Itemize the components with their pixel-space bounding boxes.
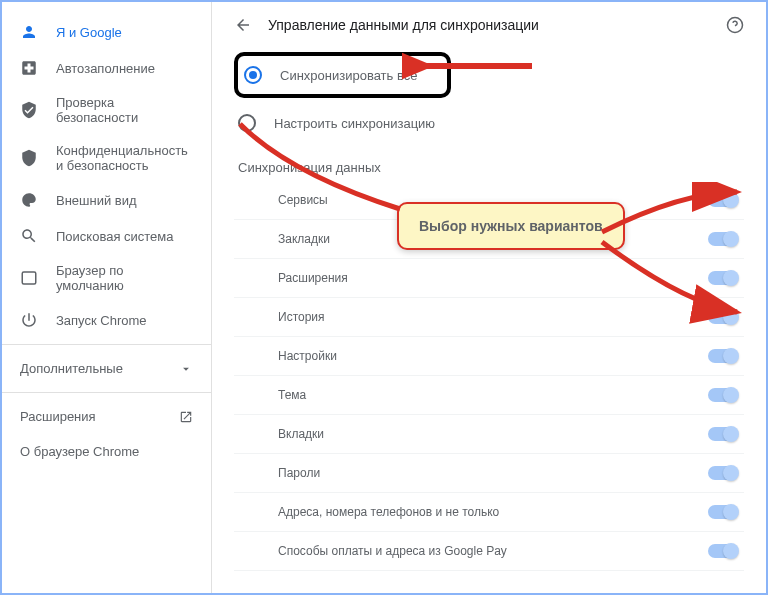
svg-rect-0 <box>22 272 36 284</box>
sync-item-history: История <box>234 298 744 337</box>
help-button[interactable] <box>726 16 744 37</box>
external-link-icon <box>179 410 193 424</box>
sync-item-label: Сервисы <box>278 193 328 207</box>
sidebar-item-search[interactable]: Поисковая система <box>2 218 211 254</box>
sync-item-tabs: Вкладки <box>234 415 744 454</box>
toggle-extensions[interactable] <box>708 271 738 285</box>
sync-item-label: Расширения <box>278 271 348 285</box>
sidebar-about-label: О браузере Chrome <box>20 444 139 459</box>
chevron-down-icon <box>179 362 193 376</box>
palette-icon <box>20 191 38 209</box>
sync-all-option-highlighted: Синхронизировать все <box>234 52 451 98</box>
sidebar-item-label: Запуск Chrome <box>56 313 147 328</box>
sidebar-item-on-startup[interactable]: Запуск Chrome <box>2 302 211 338</box>
customize-label: Настроить синхронизацию <box>274 116 435 131</box>
sidebar: Я и Google Автозаполнение Проверка безоп… <box>2 2 212 593</box>
autofill-icon <box>20 59 38 77</box>
person-icon <box>20 23 38 41</box>
toggle-passwords[interactable] <box>708 466 738 480</box>
toggle-settings[interactable] <box>708 349 738 363</box>
page-title: Управление данными для синхронизации <box>268 17 539 33</box>
sync-item-label: Пароли <box>278 466 320 480</box>
sync-item-label: Закладки <box>278 232 330 246</box>
divider <box>2 344 211 345</box>
sidebar-item-label: Я и Google <box>56 25 122 40</box>
callout-text: Выбор нужных вариантов <box>419 218 603 234</box>
toggle-bookmarks[interactable] <box>708 232 738 246</box>
annotation-callout: Выбор нужных вариантов <box>397 202 625 250</box>
divider <box>2 392 211 393</box>
toggle-services[interactable] <box>708 193 738 207</box>
sidebar-item-safety[interactable]: Проверка безопасности <box>2 86 211 134</box>
sidebar-extensions[interactable]: Расширения <box>2 399 211 434</box>
sync-item-payment: Способы оплаты и адреса из Google Pay <box>234 532 744 571</box>
sync-item-label: Вкладки <box>278 427 324 441</box>
sidebar-item-label: Внешний вид <box>56 193 137 208</box>
sidebar-item-autofill[interactable]: Автозаполнение <box>2 50 211 86</box>
toggle-addresses[interactable] <box>708 505 738 519</box>
sync-item-label: Адреса, номера телефонов и не только <box>278 505 499 519</box>
sidebar-item-label: Браузер по умолчанию <box>56 263 193 293</box>
sync-item-passwords: Пароли <box>234 454 744 493</box>
search-icon <box>20 227 38 245</box>
power-icon <box>20 311 38 329</box>
sidebar-item-label: Проверка безопасности <box>56 95 193 125</box>
sidebar-item-appearance[interactable]: Внешний вид <box>2 182 211 218</box>
browser-icon <box>20 269 38 287</box>
sync-item-settings: Настройки <box>234 337 744 376</box>
customize-sync-option[interactable]: Настроить синхронизацию <box>234 104 744 142</box>
sidebar-item-you-and-google[interactable]: Я и Google <box>2 14 211 50</box>
sidebar-additional[interactable]: Дополнительные <box>2 351 211 386</box>
customize-radio[interactable] <box>238 114 256 132</box>
shield-check-icon <box>20 101 38 119</box>
sync-all-radio[interactable] <box>244 66 262 84</box>
sidebar-item-label: Автозаполнение <box>56 61 155 76</box>
sync-all-label: Синхронизировать все <box>280 68 417 83</box>
sync-item-label: Настройки <box>278 349 337 363</box>
main-content: Управление данными для синхронизации Син… <box>212 2 766 593</box>
toggle-history[interactable] <box>708 310 738 324</box>
sidebar-item-label: Конфиденциальность и безопасность <box>56 143 193 173</box>
sync-item-label: История <box>278 310 325 324</box>
toggle-theme[interactable] <box>708 388 738 402</box>
sidebar-item-label: Поисковая система <box>56 229 174 244</box>
sidebar-item-default-browser[interactable]: Браузер по умолчанию <box>2 254 211 302</box>
sync-item-extensions: Расширения <box>234 259 744 298</box>
header: Управление данными для синхронизации <box>234 16 744 34</box>
back-arrow-icon[interactable] <box>234 16 252 34</box>
toggle-tabs[interactable] <box>708 427 738 441</box>
sidebar-about[interactable]: О браузере Chrome <box>2 434 211 469</box>
sync-item-addresses: Адреса, номера телефонов и не только <box>234 493 744 532</box>
sidebar-item-privacy[interactable]: Конфиденциальность и безопасность <box>2 134 211 182</box>
shield-icon <box>20 149 38 167</box>
sync-item-label: Тема <box>278 388 306 402</box>
sync-item-theme: Тема <box>234 376 744 415</box>
sidebar-extensions-label: Расширения <box>20 409 96 424</box>
sidebar-additional-label: Дополнительные <box>20 361 123 376</box>
sync-item-label: Способы оплаты и адреса из Google Pay <box>278 544 507 558</box>
sync-data-heading: Синхронизация данных <box>238 160 744 175</box>
toggle-payment[interactable] <box>708 544 738 558</box>
